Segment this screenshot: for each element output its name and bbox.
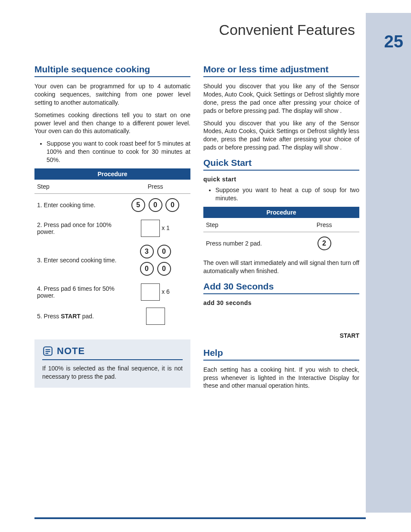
right-column: More or less time adjustment Should you …: [203, 64, 359, 394]
step-text: 3. Enter second cooking time.: [34, 240, 120, 280]
step-text: 5. Press START pad.: [34, 304, 120, 328]
table-row: Press number 2 pad. 2: [203, 232, 359, 255]
table-row: 4. Press pad 6 times for 50% power. x 6: [34, 280, 190, 304]
keypad-5-icon: 5: [131, 198, 145, 212]
text: pad.: [105, 373, 116, 380]
subheading: add 30 seconds: [203, 299, 359, 306]
multiplier: x 1: [162, 224, 170, 231]
heading-help: Help: [203, 348, 359, 361]
paragraph: The oven will start immediately and will…: [203, 259, 359, 275]
step-text: Press number 2 pad.: [203, 232, 289, 255]
note-icon: [42, 345, 53, 357]
heading-add-30: Add 30 Seconds: [203, 281, 359, 294]
paragraph: Each setting has a cooking hint. If you …: [203, 366, 359, 390]
table-header-row: Step Press: [34, 180, 190, 194]
note-label: NOTE: [57, 345, 85, 357]
text: pad. The display will show: [268, 144, 340, 151]
note-body: If 100% is selected as the final sequenc…: [42, 364, 183, 381]
page-number: 25: [384, 32, 404, 51]
keypad-0-icon: 0: [157, 245, 171, 258]
keypad-0-icon: 0: [157, 262, 171, 276]
bullet-list: Suppose you want to cook roast beef for …: [47, 140, 190, 164]
pad-rect-icon: [141, 283, 160, 301]
col-press: Press: [289, 218, 359, 232]
start-label: START: [203, 332, 359, 339]
multiplier: x 6: [162, 288, 170, 295]
step-text: 1. Enter cooking time.: [34, 194, 120, 217]
bullet-item: Suppose you want to cook roast beef for …: [47, 140, 190, 164]
bullet-item: Suppose you want to heat a cup of soup f…: [215, 186, 359, 202]
press-cell: [120, 304, 190, 328]
text: .: [340, 144, 342, 151]
text: 2. Press: [37, 221, 61, 228]
pad-rect-icon: [141, 220, 160, 237]
subheading: quick start: [203, 176, 359, 183]
col-step: Step: [34, 180, 120, 194]
note-header: NOTE: [42, 345, 183, 360]
table-row: 3. Enter second cooking time. 3 0 0 0: [34, 240, 190, 280]
note-callout: NOTE If 100% is selected as the final se…: [34, 339, 190, 388]
page: 25 Convenient Features Multiple sequence…: [0, 0, 411, 532]
col-step: Step: [203, 218, 289, 232]
heading-multiple-sequence: Multiple sequence cooking: [34, 64, 190, 77]
footer-rule: [34, 517, 366, 519]
step-text: 2. Press pad once for 100% power.: [34, 216, 120, 240]
pad-rect-icon: [146, 308, 165, 325]
text: pad. The display will show: [268, 107, 340, 114]
heading-more-less: More or less time adjustment: [203, 64, 359, 77]
left-column: Multiple sequence cooking Your oven can …: [34, 64, 190, 394]
margin-tab: 25: [366, 13, 411, 513]
keypad-2-icon: 2: [318, 236, 331, 250]
text: 4. Press: [37, 285, 61, 292]
press-cell: 3 0 0 0: [120, 240, 190, 280]
text: .: [340, 107, 342, 114]
table-row: 2. Press pad once for 100% power. x 1: [34, 216, 190, 240]
text: 5. Press: [37, 313, 61, 320]
procedure-header: Procedure: [203, 207, 359, 218]
table-header-row: Step Press: [203, 218, 359, 232]
text-bold: START: [61, 313, 81, 320]
content-columns: Multiple sequence cooking Your oven can …: [0, 64, 411, 394]
paragraph: Your oven can be programmed for up to 4 …: [34, 82, 190, 107]
procedure-table: Step Press Press number 2 pad. 2: [203, 218, 359, 255]
step-text: 4. Press pad 6 times for 50% power.: [34, 280, 120, 304]
text: whenever: [221, 374, 251, 381]
table-row: 5. Press START pad.: [34, 304, 190, 328]
keypad-0-icon: 0: [149, 198, 162, 212]
paragraph: Sometimes cooking directions tell you to…: [34, 111, 190, 136]
paragraph: Should you discover that you like any of…: [203, 119, 359, 152]
keypad-0-icon: 0: [165, 198, 179, 212]
keypad-0-icon: 0: [140, 262, 154, 276]
text: pad.: [81, 313, 94, 320]
procedure-table: Step Press 1. Enter cooking time. 5 0 0 …: [34, 180, 190, 328]
press-cell: x 6: [120, 280, 190, 304]
press-cell: 5 0 0: [120, 194, 190, 217]
page-title: Convenient Features: [0, 22, 411, 38]
press-cell: 2: [289, 232, 359, 255]
procedure-header: Procedure: [34, 168, 190, 180]
table-row: 1. Enter cooking time. 5 0 0: [34, 194, 190, 217]
keypad-3-icon: 3: [140, 245, 154, 258]
press-cell: x 1: [120, 216, 190, 240]
heading-quick-start: Quick Start: [203, 158, 359, 171]
bullet-list: Suppose you want to heat a cup of soup f…: [215, 186, 359, 202]
paragraph: Should you discover that you like any of…: [203, 82, 359, 115]
col-press: Press: [120, 180, 190, 194]
